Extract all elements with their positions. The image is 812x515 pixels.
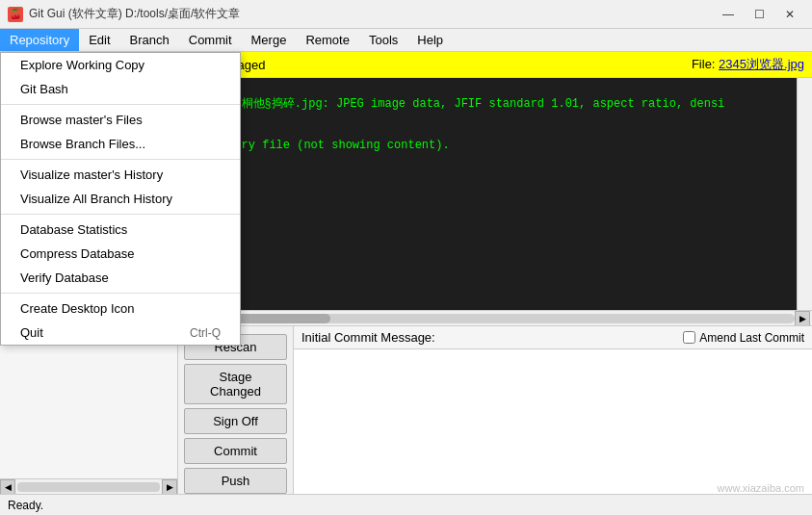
amend-label: Amend Last Commit bbox=[699, 331, 804, 345]
commit-message-input[interactable] bbox=[294, 349, 812, 494]
separator-2 bbox=[1, 159, 240, 160]
separator-3 bbox=[1, 214, 240, 215]
right-panel: ed, not staged File: 2345浏览器.jpg 桐他§捣碎.j… bbox=[178, 52, 812, 494]
minimize-button[interactable]: — bbox=[714, 4, 743, 25]
dropdown-create-desktop-icon[interactable]: Create Desktop Icon bbox=[1, 296, 240, 321]
dropdown-visualize-masters-history[interactable]: Visualize master's History bbox=[1, 163, 240, 187]
commit-message-label: Initial Commit Message: bbox=[301, 330, 435, 345]
commit-message-area: Initial Commit Message: Amend Last Commi… bbox=[294, 326, 812, 494]
app-icon: 🍒 bbox=[8, 7, 23, 22]
amend-checkbox-group: Amend Last Commit bbox=[683, 331, 804, 345]
status-bar: Ready. bbox=[0, 494, 812, 515]
commit-buttons-panel: Rescan Stage Changed Sign Off Commit Pus… bbox=[178, 326, 294, 494]
dropdown-browse-masters-files[interactable]: Browse master's Files bbox=[1, 108, 240, 132]
dropdown-git-bash[interactable]: Git Bash bbox=[1, 77, 240, 101]
left-panel-hscroll[interactable]: ◀ ▶ bbox=[0, 478, 177, 494]
menu-help[interactable]: Help bbox=[407, 29, 453, 51]
commit-button[interactable]: Commit bbox=[184, 438, 287, 464]
diff-hscroll[interactable]: ◀ ▶ bbox=[178, 310, 812, 325]
window-title: Git Gui (软件文章) D:/tools/桌面/软件文章 bbox=[29, 6, 240, 22]
menu-repository[interactable]: Repository bbox=[0, 29, 79, 51]
dropdown-verify-database[interactable]: Verify Database bbox=[1, 266, 240, 290]
close-button[interactable]: ✕ bbox=[775, 4, 804, 25]
status-header: ed, not staged File: 2345浏览器.jpg bbox=[178, 52, 812, 78]
dropdown-browse-branch-files[interactable]: Browse Branch Files... bbox=[1, 132, 240, 156]
left-scroll-arrow-left[interactable]: ◀ bbox=[0, 479, 15, 495]
separator-1 bbox=[1, 104, 240, 105]
menu-branch[interactable]: Branch bbox=[120, 29, 179, 51]
hscroll-track[interactable] bbox=[196, 314, 795, 323]
dropdown-database-statistics[interactable]: Database Statistics bbox=[1, 218, 240, 242]
window-controls: — ☐ ✕ bbox=[714, 4, 804, 25]
menu-commit[interactable]: Commit bbox=[179, 29, 242, 51]
hscroll-arrow-right[interactable]: ▶ bbox=[795, 311, 810, 326]
menu-bar: Repository Edit Branch Commit Merge Remo… bbox=[0, 29, 812, 52]
dropdown-quit[interactable]: Quit Ctrl-Q bbox=[1, 321, 240, 345]
diff-line-1: 桐他§捣碎.jpg: JPEG image data, JFIF standar… bbox=[242, 97, 725, 111]
menu-edit[interactable]: Edit bbox=[79, 29, 119, 51]
stage-changed-button[interactable]: Stage Changed bbox=[184, 364, 287, 404]
quit-shortcut: Ctrl-Q bbox=[190, 326, 221, 340]
file-label: File: 2345浏览器.jpg bbox=[692, 56, 804, 73]
file-link[interactable]: 2345浏览器.jpg bbox=[719, 57, 804, 71]
title-bar-left: 🍒 Git Gui (软件文章) D:/tools/桌面/软件文章 bbox=[8, 6, 240, 22]
diff-area[interactable]: 桐他§捣碎.jpg: JPEG image data, JFIF standar… bbox=[178, 78, 812, 310]
maximize-button[interactable]: ☐ bbox=[745, 4, 773, 25]
dropdown-explore-working-copy[interactable]: Explore Working Copy bbox=[1, 53, 240, 77]
bottom-panel: Rescan Stage Changed Sign Off Commit Pus… bbox=[178, 325, 812, 494]
sign-off-button[interactable]: Sign Off bbox=[184, 408, 287, 434]
separator-4 bbox=[1, 293, 240, 294]
dropdown-visualize-all-branch-history[interactable]: Visualize All Branch History bbox=[1, 187, 240, 211]
dropdown-compress-database[interactable]: Compress Database bbox=[1, 242, 240, 266]
diff-vscroll[interactable] bbox=[797, 78, 812, 310]
repository-dropdown: Explore Working Copy Git Bash Browse mas… bbox=[0, 52, 241, 346]
push-button[interactable]: Push bbox=[184, 468, 287, 494]
commit-message-header: Initial Commit Message: Amend Last Commi… bbox=[294, 326, 812, 349]
menu-merge[interactable]: Merge bbox=[242, 29, 297, 51]
amend-checkbox[interactable] bbox=[683, 331, 695, 344]
menu-remote[interactable]: Remote bbox=[296, 29, 359, 51]
left-scroll-arrow-right[interactable]: ▶ bbox=[162, 479, 177, 495]
menu-tools[interactable]: Tools bbox=[359, 29, 407, 51]
diff-line-2: ry file (not showing content). bbox=[242, 139, 450, 152]
status-text: Ready. bbox=[8, 499, 43, 512]
title-bar: 🍒 Git Gui (软件文章) D:/tools/桌面/软件文章 — ☐ ✕ bbox=[0, 0, 812, 29]
